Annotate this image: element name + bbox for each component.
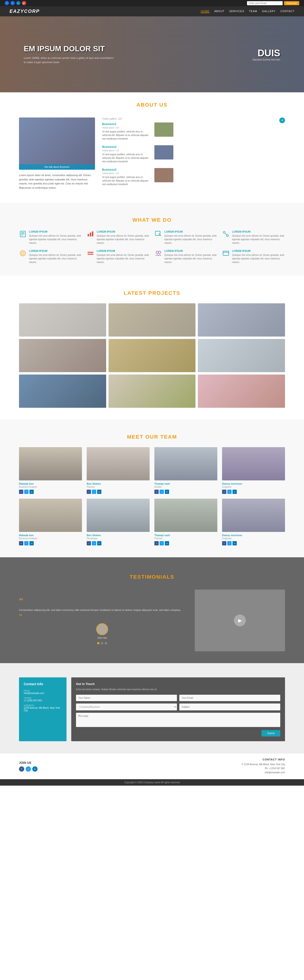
team-in-4[interactable]: in — [29, 541, 34, 546]
team-in-1[interactable]: in — [97, 490, 102, 494]
nav-about[interactable]: About — [214, 10, 224, 13]
topbar-fb-icon[interactable]: f — [5, 1, 9, 5]
nav-team[interactable]: Team — [249, 10, 258, 13]
dot-1[interactable] — [101, 642, 103, 644]
project-item-6[interactable] — [19, 374, 106, 408]
nav-contact[interactable]: Contact — [280, 10, 294, 13]
project-item-4[interactable] — [108, 339, 196, 372]
footer-contact-info: CONTACT INFO © 1234 Avenue, Mb Block, Ne… — [242, 758, 285, 775]
close-button[interactable]: ✕ — [279, 118, 285, 123]
team-tw-2[interactable]: t — [159, 490, 164, 494]
whatwedo-title: WHAT WE DO — [19, 207, 285, 228]
about-item-3-sub: Aliquip glaze: 115 — [102, 172, 151, 175]
project-item-2[interactable] — [198, 303, 285, 337]
team-in-0[interactable]: in — [29, 490, 34, 494]
team-tw-7[interactable]: t — [227, 541, 232, 546]
team-name-5: Ben Stokes — [87, 534, 150, 537]
service-icon-0 — [19, 230, 27, 238]
testimonial-dots — [19, 642, 185, 644]
team-name-7: Danny morrison — [222, 534, 285, 537]
topbar-tw-icon[interactable]: t — [10, 1, 15, 5]
testimonials-section: TESTIMONIALS “ Consectetur adipiscing el… — [0, 557, 304, 663]
form-description: Enim ad minim veniam. Nullam Bruker vehi… — [76, 687, 280, 691]
team-title: MEET OUR TEAM — [19, 424, 285, 445]
project-item-1[interactable] — [108, 303, 196, 337]
team-tw-4[interactable]: t — [24, 541, 29, 546]
contact-info-title: Contact Info — [24, 682, 62, 686]
team-fb-5[interactable]: f — [87, 541, 91, 546]
project-item-5[interactable] — [198, 339, 285, 372]
subject-input[interactable] — [179, 703, 280, 710]
about-item-2: Business2 Aliquip glaze: 115 Ut sed augu… — [102, 145, 173, 163]
company-select[interactable]: Company/Business — [76, 703, 177, 710]
team-fb-1[interactable]: f — [87, 490, 91, 494]
team-fb-4[interactable]: f — [19, 541, 23, 546]
play-button-icon[interactable]: ▶ — [234, 614, 246, 626]
email-label: Email — [24, 689, 62, 692]
first-name-input[interactable] — [76, 695, 177, 701]
project-item-7[interactable] — [108, 374, 196, 408]
email-input[interactable] — [247, 1, 283, 5]
team-fb-3[interactable]: f — [222, 490, 226, 494]
team-role-7: Engineer — [222, 537, 285, 540]
service-icon-5 — [87, 250, 94, 257]
team-in-7[interactable]: in — [232, 541, 237, 546]
team-name-3: Danny morrison — [222, 482, 285, 485]
team-role-5: Developer — [87, 537, 150, 540]
team-in-3[interactable]: in — [232, 490, 237, 494]
team-photo-0 — [19, 447, 82, 480]
team-tw-3[interactable]: t — [227, 490, 232, 494]
message-textarea[interactable] — [76, 713, 280, 727]
form-row-1 — [76, 695, 280, 701]
team-fb-6[interactable]: f — [154, 541, 159, 546]
team-name-2: Thampi rash — [154, 482, 217, 485]
hero-right: DUIS Standard dummy text ever — [253, 48, 280, 61]
projects-title: LATEST PROJECTS — [19, 280, 285, 301]
quote-open-icon: “ — [19, 597, 185, 606]
service-item-3: LOREM IPSUM Quisque nisi urna ultrices s… — [222, 230, 285, 245]
team-tw-1[interactable]: t — [92, 490, 96, 494]
contact-form-box: Get in Touch Enim ad minim veniam. Nulla… — [71, 678, 285, 741]
dot-2[interactable] — [105, 642, 107, 644]
testimonial-avatar — [96, 623, 108, 635]
topbar-in-icon[interactable]: in — [16, 1, 21, 5]
team-fb-7[interactable]: f — [222, 541, 226, 546]
testimonial-video[interactable]: ▶ — [195, 590, 285, 651]
contact-inner: Contact Info Email info@example.com Phon… — [19, 678, 285, 741]
hero-text: Lorem 10008, when an unknown printer too… — [24, 56, 114, 64]
service-text-4: Quisque nisi urna ultrices sit. Donec gr… — [29, 253, 82, 264]
svg-point-12 — [20, 251, 25, 256]
footer-fb-icon[interactable]: f — [19, 767, 24, 772]
project-item-8[interactable] — [198, 374, 285, 408]
team-tw-0[interactable]: t — [24, 490, 29, 494]
projects-grid — [19, 303, 285, 408]
footer-in-icon[interactable]: in — [32, 767, 38, 772]
subscribe-button[interactable]: Subscribe — [284, 1, 299, 5]
team-socials-3: f t in — [222, 490, 285, 494]
service-item-6: LOREM IPSUM Quisque nisi urna ultrices s… — [154, 250, 217, 264]
nav-home[interactable]: Home — [201, 10, 210, 13]
footer-tw-icon[interactable]: t — [25, 767, 31, 772]
project-item-0[interactable] — [19, 303, 106, 337]
team-socials-4: f t in — [19, 541, 82, 546]
team-fb-0[interactable]: f — [19, 490, 23, 494]
team-fb-2[interactable]: f — [154, 490, 159, 494]
nav-services[interactable]: Services — [229, 10, 244, 13]
submit-button[interactable]: Submit — [261, 730, 280, 737]
team-tw-5[interactable]: t — [92, 541, 96, 546]
project-item-3[interactable] — [19, 339, 106, 372]
footer-join: JOIN US f t in — [19, 761, 38, 772]
team-role-0: Business Analyst — [19, 485, 82, 488]
nav-gallery[interactable]: Gallery — [262, 10, 276, 13]
team-in-2[interactable]: in — [165, 490, 169, 494]
team-role-2: Builder — [154, 485, 217, 488]
address-label: Address — [24, 704, 62, 706]
team-tw-6[interactable]: t — [159, 541, 164, 546]
team-in-6[interactable]: in — [165, 541, 169, 546]
topbar-gp-icon[interactable]: g+ — [22, 1, 26, 5]
team-in-5[interactable]: in — [97, 541, 102, 546]
dot-0[interactable] — [97, 642, 100, 644]
email-field[interactable] — [179, 695, 280, 701]
projects-section: LATEST PROJECTS — [0, 276, 304, 420]
team-name-0: Rabada ken — [19, 482, 82, 485]
